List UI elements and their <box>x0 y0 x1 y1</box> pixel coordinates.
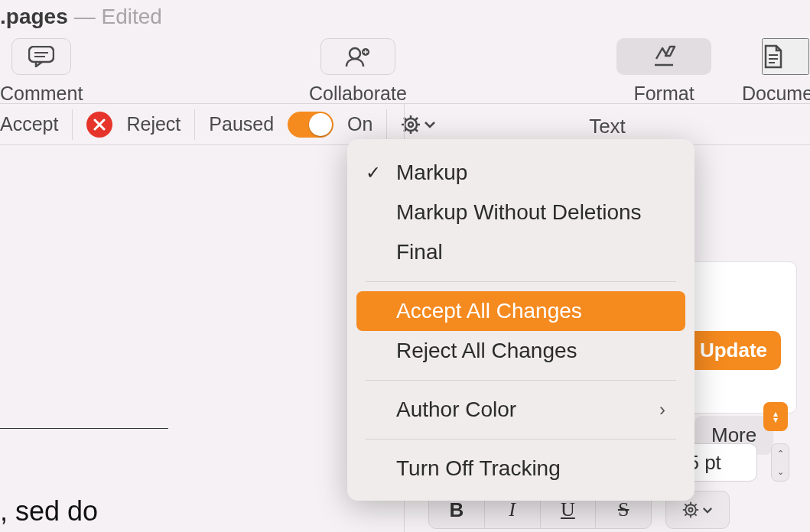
toolbar: Comment Collaborate Format Document <box>0 34 810 104</box>
svg-line-27 <box>695 514 697 516</box>
menu-separator <box>366 380 676 381</box>
document-edited-status: — Edited <box>74 5 162 29</box>
collaborate-label: Collaborate <box>309 83 407 105</box>
document-rule <box>0 428 168 429</box>
divider <box>386 109 387 140</box>
menu-item-markup[interactable]: ✓ Markup <box>347 153 695 193</box>
menu-item-reject-all-changes[interactable]: Reject All Changes <box>347 331 695 371</box>
font-size-increase[interactable]: ⌃ <box>772 444 789 462</box>
on-label: On <box>347 113 372 135</box>
divider <box>194 109 195 140</box>
titlebar: .pages — Edited <box>0 0 810 34</box>
menu-item-author-color[interactable]: Author Color › <box>347 390 695 430</box>
collaborate-button[interactable] <box>320 38 395 75</box>
menu-item-markup-without-deletions[interactable]: Markup Without Deletions <box>347 193 695 232</box>
format-icon <box>652 45 676 68</box>
font-family-stepper[interactable] <box>763 402 788 431</box>
close-icon <box>93 118 106 131</box>
collaborate-icon <box>344 46 372 67</box>
svg-line-28 <box>695 504 697 506</box>
check-icon: ✓ <box>366 162 381 183</box>
format-label: Format <box>633 83 694 105</box>
document-filename: .pages <box>0 5 68 29</box>
paused-label: Paused <box>209 113 274 135</box>
svg-point-21 <box>688 508 692 511</box>
chevron-down-icon <box>702 507 713 514</box>
comment-button[interactable] <box>11 38 71 75</box>
comment-label: Comment <box>0 83 83 105</box>
format-button[interactable] <box>616 38 711 75</box>
document-label: Document <box>742 83 810 105</box>
update-style-button[interactable]: Update <box>686 331 781 370</box>
divider <box>72 109 73 140</box>
menu-item-accept-all-changes[interactable]: Accept All Changes <box>356 291 685 331</box>
svg-point-20 <box>685 504 696 515</box>
svg-line-26 <box>685 504 687 506</box>
reject-label[interactable]: Reject <box>126 113 181 135</box>
chevron-right-icon: › <box>659 399 665 420</box>
accept-button[interactable]: Accept <box>0 113 58 135</box>
gear-icon <box>682 501 699 518</box>
font-size-decrease[interactable]: ⌄ <box>772 462 789 481</box>
svg-rect-0 <box>29 47 54 62</box>
reject-icon-button[interactable] <box>86 112 112 138</box>
tracking-toggle[interactable] <box>288 112 333 138</box>
svg-point-3 <box>350 48 360 59</box>
svg-line-29 <box>685 514 687 516</box>
menu-item-turn-off-tracking[interactable]: Turn Off Tracking <box>347 449 695 488</box>
menu-item-final[interactable]: Final <box>347 232 695 272</box>
document-button[interactable] <box>762 38 809 75</box>
menu-separator <box>366 281 676 282</box>
comment-icon <box>28 46 54 67</box>
document-body-text[interactable]: , sed do <box>0 495 98 527</box>
menu-separator <box>366 439 676 440</box>
tracking-options-menu: ✓ Markup Markup Without Deletions Final … <box>347 139 695 501</box>
document-icon <box>763 44 783 69</box>
